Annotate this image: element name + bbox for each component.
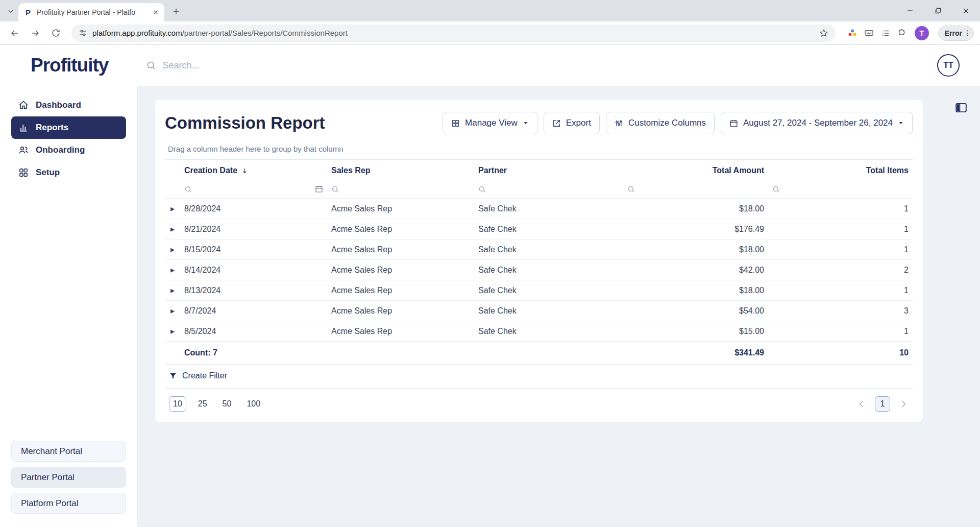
platform-portal-button[interactable]: Platform Portal	[11, 493, 126, 514]
reload-icon[interactable]	[47, 25, 64, 42]
sidebar: Dashboard Reports Onboarding Setup Merch…	[0, 86, 138, 527]
manage-view-label: Manage View	[465, 118, 518, 128]
filter-total-amount[interactable]	[627, 185, 764, 193]
tab-search-icon[interactable]	[3, 1, 18, 21]
table-row[interactable]: ▸ 8/15/2024Acme Sales Rep Safe Chek$18.0…	[165, 239, 913, 260]
row-expand-icon[interactable]: ▸	[165, 260, 180, 280]
bookmark-star-icon[interactable]	[819, 29, 828, 38]
filter-total-items[interactable]	[772, 185, 909, 193]
chevron-left-icon[interactable]	[856, 399, 867, 409]
manage-view-button[interactable]: Manage View	[443, 112, 537, 134]
user-avatar[interactable]: TT	[937, 54, 960, 77]
filter-partner[interactable]	[478, 185, 619, 193]
chevron-down-icon	[898, 120, 904, 126]
row-expand-icon[interactable]: ▸	[165, 301, 180, 321]
date-picker-icon[interactable]	[315, 185, 323, 193]
global-search	[146, 60, 377, 71]
summary-row: Count: 7 $341.49 10	[165, 342, 913, 365]
page-size-25[interactable]: 25	[194, 396, 211, 412]
tab-close-icon[interactable]	[152, 9, 159, 16]
users-icon	[18, 145, 29, 155]
page-size-selector: 10 25 50 100	[169, 396, 264, 412]
page-size-10[interactable]: 10	[169, 396, 186, 412]
export-icon	[552, 119, 561, 128]
column-header-sales-rep[interactable]: Sales Rep	[327, 160, 474, 180]
row-expand-icon[interactable]: ▸	[165, 219, 180, 239]
column-header-creation-date[interactable]: Creation Date	[180, 160, 327, 180]
row-expand-icon[interactable]: ▸	[165, 199, 180, 219]
new-tab-button[interactable]	[167, 3, 185, 20]
address-bar[interactable]: platform.app.profituity.com/partner-port…	[71, 25, 836, 42]
create-filter-button[interactable]: Create Filter	[165, 365, 913, 389]
pagination: 10 25 50 100 1	[165, 389, 913, 417]
row-expand-icon[interactable]: ▸	[165, 239, 180, 260]
sidebar-item-reports[interactable]: Reports	[11, 116, 126, 139]
panel-toggle-icon[interactable]	[954, 101, 968, 114]
current-page-button[interactable]: 1	[875, 396, 890, 412]
merchant-portal-button[interactable]: Merchant Portal	[11, 441, 126, 462]
search-input[interactable]	[162, 60, 377, 71]
table-row[interactable]: ▸ 8/28/2024Acme Sales Rep Safe Chek$18.0…	[165, 199, 913, 219]
browser-tab[interactable]: P Profituity Partner Portal - Platfo	[18, 3, 164, 21]
maximize-button[interactable]	[924, 0, 952, 21]
create-filter-label: Create Filter	[182, 371, 227, 380]
sidebar-item-label: Dashboard	[36, 100, 81, 110]
sidebar-item-label: Reports	[36, 123, 68, 133]
profituity-logo: Profituity	[31, 55, 108, 76]
close-window-button[interactable]	[952, 0, 980, 21]
site-settings-icon[interactable]	[79, 29, 87, 37]
browser-profile-avatar[interactable]: T	[915, 26, 929, 40]
calendar-icon	[729, 119, 738, 128]
sort-desc-icon	[241, 167, 248, 174]
column-header-total-amount[interactable]: Total Amount	[623, 160, 768, 180]
chevron-right-icon[interactable]	[898, 399, 909, 409]
sidebar-item-dashboard[interactable]: Dashboard	[11, 94, 126, 116]
export-button[interactable]: Export	[544, 112, 600, 134]
row-expand-icon[interactable]: ▸	[165, 280, 180, 301]
colorful-extension-icon[interactable]	[848, 29, 857, 38]
partner-portal-button[interactable]: Partner Portal	[11, 467, 126, 488]
customize-columns-button[interactable]: Customize Columns	[606, 112, 715, 134]
sliders-icon	[615, 119, 623, 128]
app-header: Profituity TT	[0, 45, 980, 86]
customize-columns-label: Customize Columns	[628, 118, 706, 128]
sidebar-item-label: Setup	[36, 167, 60, 178]
report-toolbar: Manage View Export	[443, 112, 913, 134]
browser-menu-error-badge[interactable]: Error	[938, 26, 974, 41]
extensions-puzzle-icon[interactable]	[897, 29, 906, 38]
sidebar-item-label: Onboarding	[36, 145, 85, 155]
browser-tab-strip: P Profituity Partner Portal - Platfo	[0, 0, 980, 21]
page-navigation: 1	[856, 396, 909, 412]
filter-creation-date[interactable]	[184, 185, 323, 193]
date-range-button[interactable]: August 27, 2024 - September 26, 2024	[721, 112, 913, 134]
keyboard-extension-icon[interactable]	[864, 28, 874, 38]
list-extension-icon[interactable]	[881, 29, 890, 38]
minimize-button[interactable]	[896, 0, 924, 21]
table-row[interactable]: ▸ 8/7/2024Acme Sales Rep Safe Chek$54.00…	[165, 301, 913, 321]
summary-count: Count: 7	[180, 342, 327, 365]
expander-header	[165, 160, 180, 180]
back-icon[interactable]	[6, 25, 23, 42]
table-row[interactable]: ▸ 8/5/2024Acme Sales Rep Safe Chek$15.00…	[165, 321, 913, 342]
column-header-total-items[interactable]: Total Items	[768, 160, 913, 180]
page-size-50[interactable]: 50	[219, 396, 235, 412]
page-size-100[interactable]: 100	[243, 396, 264, 412]
column-header-partner[interactable]: Partner	[474, 160, 623, 180]
date-range-label: August 27, 2024 - September 26, 2024	[743, 118, 893, 128]
table-row[interactable]: ▸ 8/21/2024Acme Sales Rep Safe Chek$176.…	[165, 219, 913, 239]
filter-row	[165, 180, 913, 199]
url-text: platform.app.profituity.com/partner-port…	[92, 29, 348, 37]
kebab-menu-icon[interactable]	[963, 29, 971, 37]
row-expand-icon[interactable]: ▸	[165, 321, 180, 342]
sidebar-item-setup[interactable]: Setup	[11, 161, 126, 184]
table-row[interactable]: ▸ 8/13/2024Acme Sales Rep Safe Chek$18.0…	[165, 280, 913, 301]
filter-funnel-icon	[169, 372, 177, 380]
forward-icon[interactable]	[27, 25, 44, 42]
summary-total-items: 10	[768, 342, 913, 365]
content-area: Commission Report Manage View	[138, 86, 980, 527]
filter-sales-rep[interactable]	[331, 185, 470, 193]
table-row[interactable]: ▸ 8/14/2024Acme Sales Rep Safe Chek$42.0…	[165, 260, 913, 280]
sidebar-item-onboarding[interactable]: Onboarding	[11, 139, 126, 161]
site-favicon: P	[23, 8, 33, 17]
commission-table: Creation Date Sales Rep Partner Total Am…	[165, 159, 913, 365]
